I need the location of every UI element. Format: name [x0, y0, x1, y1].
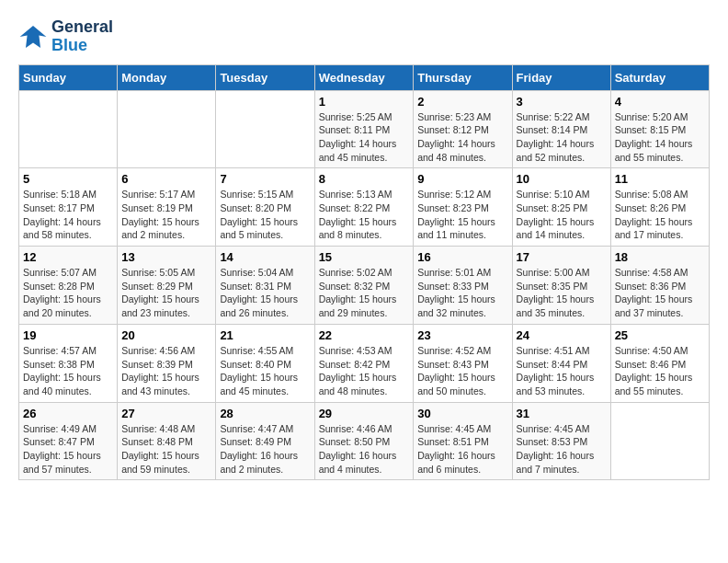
calendar-week-row: 5Sunrise: 5:18 AMSunset: 8:17 PMDaylight… [19, 168, 710, 247]
day-header-wednesday: Wednesday [314, 64, 414, 90]
calendar-cell: 24Sunrise: 4:51 AMSunset: 8:44 PMDayligh… [512, 324, 610, 402]
day-number: 11 [615, 172, 705, 186]
day-info: Sunrise: 4:48 AMSunset: 8:48 PMDaylight:… [121, 422, 211, 477]
day-info: Sunrise: 5:20 AMSunset: 8:15 PMDaylight:… [615, 110, 705, 165]
calendar-week-row: 1Sunrise: 5:25 AMSunset: 8:11 PMDaylight… [19, 90, 710, 168]
day-number: 13 [121, 250, 211, 264]
calendar-cell: 14Sunrise: 5:04 AMSunset: 8:31 PMDayligh… [216, 247, 314, 325]
day-info: Sunrise: 4:45 AMSunset: 8:53 PMDaylight:… [517, 422, 607, 477]
day-info: Sunrise: 5:17 AMSunset: 8:19 PMDaylight:… [121, 188, 211, 242]
calendar-cell: 6Sunrise: 5:17 AMSunset: 8:19 PMDaylight… [118, 168, 216, 247]
day-info: Sunrise: 5:13 AMSunset: 8:22 PMDaylight:… [319, 188, 410, 242]
day-info: Sunrise: 5:02 AMSunset: 8:32 PMDaylight:… [319, 266, 410, 320]
day-info: Sunrise: 5:12 AMSunset: 8:23 PMDaylight:… [417, 188, 507, 242]
day-info: Sunrise: 5:25 AMSunset: 8:11 PMDaylight:… [319, 110, 410, 165]
calendar-cell: 27Sunrise: 4:48 AMSunset: 8:48 PMDayligh… [118, 402, 216, 480]
calendar-week-row: 12Sunrise: 5:07 AMSunset: 8:28 PMDayligh… [19, 247, 710, 325]
calendar-cell [216, 90, 314, 168]
calendar-cell: 30Sunrise: 4:45 AMSunset: 8:51 PMDayligh… [414, 402, 512, 480]
calendar-cell: 31Sunrise: 4:45 AMSunset: 8:53 PMDayligh… [512, 402, 610, 480]
day-number: 3 [517, 95, 607, 109]
day-number: 20 [121, 328, 211, 342]
day-number: 4 [615, 95, 705, 109]
calendar-cell: 7Sunrise: 5:15 AMSunset: 8:20 PMDaylight… [216, 168, 314, 247]
day-info: Sunrise: 5:00 AMSunset: 8:35 PMDaylight:… [517, 266, 607, 320]
calendar-cell: 2Sunrise: 5:23 AMSunset: 8:12 PMDaylight… [414, 90, 512, 168]
day-info: Sunrise: 4:57 AMSunset: 8:38 PMDaylight:… [23, 344, 113, 398]
calendar-cell: 25Sunrise: 4:50 AMSunset: 8:46 PMDayligh… [610, 324, 709, 402]
calendar-cell: 23Sunrise: 4:52 AMSunset: 8:43 PMDayligh… [414, 324, 512, 402]
day-number: 7 [220, 172, 310, 186]
calendar-cell: 19Sunrise: 4:57 AMSunset: 8:38 PMDayligh… [19, 324, 118, 402]
day-info: Sunrise: 4:47 AMSunset: 8:49 PMDaylight:… [220, 422, 310, 477]
day-number: 19 [23, 328, 113, 342]
day-info: Sunrise: 4:49 AMSunset: 8:47 PMDaylight:… [23, 422, 113, 477]
day-info: Sunrise: 5:05 AMSunset: 8:29 PMDaylight:… [121, 266, 211, 320]
day-number: 30 [417, 407, 507, 420]
day-number: 8 [319, 172, 410, 186]
day-info: Sunrise: 5:04 AMSunset: 8:31 PMDaylight:… [220, 266, 310, 320]
calendar-cell: 26Sunrise: 4:49 AMSunset: 8:47 PMDayligh… [19, 402, 118, 480]
logo-icon [18, 22, 48, 52]
calendar-cell: 12Sunrise: 5:07 AMSunset: 8:28 PMDayligh… [19, 247, 118, 325]
day-number: 16 [417, 250, 507, 264]
day-info: Sunrise: 5:15 AMSunset: 8:20 PMDaylight:… [220, 188, 310, 242]
calendar-week-row: 19Sunrise: 4:57 AMSunset: 8:38 PMDayligh… [19, 324, 710, 402]
day-info: Sunrise: 4:56 AMSunset: 8:39 PMDaylight:… [121, 344, 211, 398]
day-info: Sunrise: 5:23 AMSunset: 8:12 PMDaylight:… [417, 110, 507, 165]
calendar-cell [19, 90, 118, 168]
day-number: 31 [517, 407, 607, 420]
calendar-cell: 4Sunrise: 5:20 AMSunset: 8:15 PMDaylight… [610, 90, 709, 168]
day-number: 23 [417, 328, 507, 342]
calendar-cell: 18Sunrise: 4:58 AMSunset: 8:36 PMDayligh… [610, 247, 709, 325]
day-number: 24 [517, 328, 607, 342]
day-number: 28 [220, 407, 310, 420]
page-header: General Blue [18, 18, 710, 55]
day-info: Sunrise: 5:22 AMSunset: 8:14 PMDaylight:… [517, 110, 607, 165]
day-header-tuesday: Tuesday [216, 64, 314, 90]
day-number: 27 [121, 407, 211, 420]
day-number: 25 [615, 328, 705, 342]
day-header-monday: Monday [118, 64, 216, 90]
calendar-cell: 21Sunrise: 4:55 AMSunset: 8:40 PMDayligh… [216, 324, 314, 402]
day-info: Sunrise: 5:10 AMSunset: 8:25 PMDaylight:… [517, 188, 607, 242]
calendar-cell: 20Sunrise: 4:56 AMSunset: 8:39 PMDayligh… [118, 324, 216, 402]
day-number: 18 [615, 250, 705, 264]
day-number: 10 [517, 172, 607, 186]
day-header-sunday: Sunday [19, 64, 118, 90]
calendar-cell: 3Sunrise: 5:22 AMSunset: 8:14 PMDaylight… [512, 90, 610, 168]
day-info: Sunrise: 4:50 AMSunset: 8:46 PMDaylight:… [615, 344, 705, 398]
day-number: 17 [517, 250, 607, 264]
day-number: 14 [220, 250, 310, 264]
day-number: 1 [319, 95, 410, 109]
day-info: Sunrise: 4:53 AMSunset: 8:42 PMDaylight:… [319, 344, 410, 398]
calendar-cell: 17Sunrise: 5:00 AMSunset: 8:35 PMDayligh… [512, 247, 610, 325]
day-info: Sunrise: 5:08 AMSunset: 8:26 PMDaylight:… [615, 188, 705, 242]
calendar-cell: 1Sunrise: 5:25 AMSunset: 8:11 PMDaylight… [314, 90, 414, 168]
logo: General Blue [18, 18, 113, 55]
day-number: 12 [23, 250, 113, 264]
calendar-cell: 11Sunrise: 5:08 AMSunset: 8:26 PMDayligh… [610, 168, 709, 247]
day-header-thursday: Thursday [414, 64, 512, 90]
calendar-week-row: 26Sunrise: 4:49 AMSunset: 8:47 PMDayligh… [19, 402, 710, 480]
day-info: Sunrise: 4:58 AMSunset: 8:36 PMDaylight:… [615, 266, 705, 320]
day-number: 9 [417, 172, 507, 186]
calendar-cell: 16Sunrise: 5:01 AMSunset: 8:33 PMDayligh… [414, 247, 512, 325]
day-info: Sunrise: 4:52 AMSunset: 8:43 PMDaylight:… [417, 344, 507, 398]
calendar-cell [610, 402, 709, 480]
day-header-saturday: Saturday [610, 64, 709, 90]
day-number: 6 [121, 172, 211, 186]
day-number: 29 [319, 407, 410, 420]
day-info: Sunrise: 4:55 AMSunset: 8:40 PMDaylight:… [220, 344, 310, 398]
calendar-cell: 13Sunrise: 5:05 AMSunset: 8:29 PMDayligh… [118, 247, 216, 325]
day-info: Sunrise: 5:07 AMSunset: 8:28 PMDaylight:… [23, 266, 113, 320]
calendar-cell: 9Sunrise: 5:12 AMSunset: 8:23 PMDaylight… [414, 168, 512, 247]
calendar-cell [118, 90, 216, 168]
calendar-cell: 15Sunrise: 5:02 AMSunset: 8:32 PMDayligh… [314, 247, 414, 325]
calendar-table: SundayMondayTuesdayWednesdayThursdayFrid… [18, 64, 710, 481]
day-info: Sunrise: 4:46 AMSunset: 8:50 PMDaylight:… [319, 422, 410, 477]
day-number: 5 [23, 172, 113, 186]
day-number: 15 [319, 250, 410, 264]
day-number: 21 [220, 328, 310, 342]
day-info: Sunrise: 5:18 AMSunset: 8:17 PMDaylight:… [23, 188, 113, 242]
